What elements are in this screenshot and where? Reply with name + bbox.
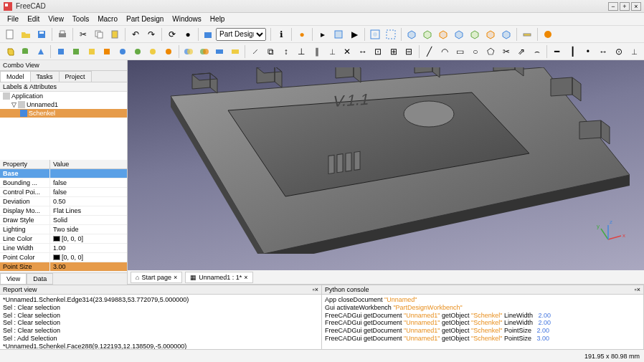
- prop-row[interactable]: Deviation0.50: [0, 197, 127, 206]
- workbench-select[interactable]: Part Design: [216, 28, 266, 41]
- prop-row[interactable]: Display Mo...Flat Lines: [0, 206, 127, 216]
- copy-icon[interactable]: [92, 27, 106, 42]
- canvas-3d[interactable]: V.1.1 x y z: [128, 60, 644, 270]
- tree-item[interactable]: ▽Unnamed1: [0, 100, 127, 109]
- op2-icon[interactable]: ⧉: [264, 44, 278, 59]
- constr5-icon[interactable]: ⊙: [612, 44, 625, 59]
- prop-row[interactable]: Draw StyleSolid: [0, 216, 127, 225]
- prop-row[interactable]: Line Width1.00: [0, 244, 127, 253]
- close-tab-icon[interactable]: ×: [244, 274, 247, 281]
- constr1-icon[interactable]: ━: [550, 44, 564, 59]
- prop-row[interactable]: Point Size3.00: [0, 262, 127, 272]
- op4-icon[interactable]: ⊥: [295, 44, 308, 59]
- view-right-icon[interactable]: [452, 27, 466, 42]
- op5-icon[interactable]: ∥: [310, 44, 323, 59]
- prim1-icon[interactable]: [54, 44, 67, 59]
- prop-row[interactable]: LightingTwo side: [0, 225, 127, 234]
- sketch-fillet-icon[interactable]: ⌢: [530, 44, 544, 59]
- sketch-circle-icon[interactable]: ○: [468, 44, 482, 59]
- view-top-icon[interactable]: [436, 27, 450, 42]
- constr3-icon[interactable]: •: [581, 44, 595, 59]
- constr2-icon[interactable]: ┃: [566, 44, 579, 59]
- whatsthis-icon[interactable]: ℹ: [274, 27, 288, 42]
- close-tab-icon[interactable]: ×: [174, 274, 177, 281]
- op1-icon[interactable]: ⟋: [248, 44, 262, 59]
- op11-icon[interactable]: ⊟: [402, 44, 415, 59]
- prim3-icon[interactable]: [85, 44, 98, 59]
- view-iso-icon[interactable]: [404, 27, 419, 42]
- op7-icon[interactable]: ✕: [341, 44, 354, 59]
- menu-windows[interactable]: Windows: [168, 14, 206, 24]
- maximize-button[interactable]: +: [620, 2, 630, 11]
- tab-tasks[interactable]: Tasks: [30, 71, 60, 82]
- prop-row[interactable]: Bounding ...false: [0, 178, 127, 188]
- prop-row[interactable]: Point Color[0, 0, 0]: [0, 253, 127, 262]
- menu-edit[interactable]: Edit: [23, 14, 44, 24]
- sketch-ext-icon[interactable]: ⇗: [514, 44, 528, 59]
- cylinder-icon[interactable]: [18, 44, 32, 59]
- dot-icon[interactable]: ●: [295, 27, 309, 42]
- view-front-icon[interactable]: [420, 27, 435, 42]
- prop-row[interactable]: Control Poi...false: [0, 188, 127, 197]
- tree-item[interactable]: Application: [0, 92, 127, 100]
- view-left-icon[interactable]: [499, 27, 513, 42]
- print-icon[interactable]: [55, 27, 70, 42]
- bool4-icon[interactable]: [228, 44, 242, 59]
- play-icon[interactable]: ▶: [347, 27, 361, 42]
- tab-view[interactable]: View: [0, 273, 27, 285]
- view-bottom-icon[interactable]: [483, 27, 498, 42]
- menu-file[interactable]: File: [3, 14, 23, 24]
- constr4-icon[interactable]: ↔: [596, 44, 610, 59]
- prim8-icon[interactable]: [161, 44, 175, 59]
- op8-icon[interactable]: ↔: [356, 44, 369, 59]
- prop-row[interactable]: Line Color[0, 0, 0]: [0, 234, 127, 244]
- console-body[interactable]: App closeDocument "Unnamed"Gui activateW…: [322, 295, 643, 349]
- sketch-poly-icon[interactable]: ⬠: [484, 44, 498, 59]
- undo-icon[interactable]: ↶: [128, 27, 143, 42]
- cone-icon[interactable]: [34, 44, 47, 59]
- close-button[interactable]: ×: [631, 2, 641, 11]
- paste-icon[interactable]: [108, 27, 122, 42]
- sketch-trim-icon[interactable]: ✂: [499, 44, 513, 59]
- appearance-icon[interactable]: [541, 27, 555, 42]
- prim6-icon[interactable]: [131, 44, 144, 59]
- panel-close-icon[interactable]: ▫×: [313, 286, 318, 293]
- op6-icon[interactable]: ⟂: [325, 44, 338, 59]
- prim2-icon[interactable]: [70, 44, 83, 59]
- cut-icon[interactable]: ✂: [76, 27, 90, 42]
- fit-icon[interactable]: [368, 27, 382, 42]
- minimize-button[interactable]: −: [608, 2, 618, 11]
- fitselect-icon[interactable]: [384, 27, 398, 42]
- bool3-icon[interactable]: [212, 44, 226, 59]
- tree-item[interactable]: Schenkel: [0, 109, 127, 118]
- bool1-icon[interactable]: [182, 44, 196, 59]
- menu-partdesign[interactable]: Part Design: [122, 14, 168, 24]
- panel-close-icon[interactable]: ▫×: [635, 286, 640, 293]
- macro-icon[interactable]: [331, 27, 346, 42]
- tab-model[interactable]: Model: [0, 71, 31, 82]
- vtab-startpage[interactable]: ⌂ Start page ×: [131, 272, 182, 283]
- tab-data[interactable]: Data: [27, 273, 53, 285]
- sketch-arc-icon[interactable]: ◠: [437, 44, 451, 59]
- menu-tools[interactable]: Tools: [68, 14, 93, 24]
- box-icon[interactable]: [3, 44, 16, 59]
- sketch-line-icon[interactable]: ╱: [422, 44, 436, 59]
- macro-next-icon[interactable]: ▸: [316, 27, 330, 42]
- tab-project[interactable]: Project: [59, 71, 92, 82]
- new-icon[interactable]: [3, 27, 17, 42]
- open-icon[interactable]: [19, 27, 33, 42]
- stop-icon[interactable]: ●: [181, 27, 195, 42]
- prim7-icon[interactable]: [146, 44, 160, 59]
- op10-icon[interactable]: ⊞: [387, 44, 400, 59]
- bool2-icon[interactable]: [197, 44, 211, 59]
- menu-macro[interactable]: Macro: [93, 14, 122, 24]
- measure-icon[interactable]: [520, 27, 534, 42]
- prim4-icon[interactable]: [100, 44, 114, 59]
- op3-icon[interactable]: ↕: [279, 44, 293, 59]
- view-rear-icon[interactable]: [468, 27, 482, 42]
- menu-help[interactable]: Help: [206, 14, 229, 24]
- redo-icon[interactable]: ↷: [144, 27, 158, 42]
- vtab-document[interactable]: ▦ Unnamed1 : 1* ×: [185, 272, 252, 283]
- menu-view[interactable]: View: [44, 14, 68, 24]
- report-body[interactable]: *Unnamed1.Schenkel.Edge314(23.949883,53.…: [0, 295, 321, 349]
